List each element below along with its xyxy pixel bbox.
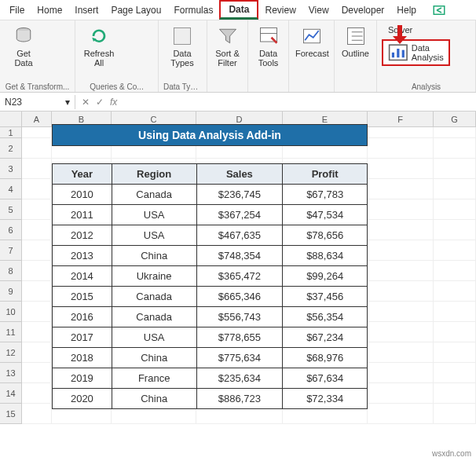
- row-header[interactable]: 5: [0, 199, 22, 220]
- table-cell[interactable]: $778,655: [196, 327, 283, 348]
- cell[interactable]: [434, 322, 476, 342]
- tab-help[interactable]: Help: [390, 2, 423, 19]
- cell[interactable]: [22, 199, 52, 220]
- table-cell[interactable]: $365,472: [196, 266, 283, 287]
- table-cell[interactable]: $775,634: [196, 348, 283, 368]
- sort-filter-button[interactable]: Sort & Filter: [212, 24, 243, 69]
- table-cell[interactable]: Ukraine: [112, 266, 196, 287]
- table-cell[interactable]: $67,783: [283, 185, 368, 205]
- table-cell[interactable]: $748,354: [196, 246, 283, 266]
- table-cell[interactable]: $37,456: [283, 287, 368, 307]
- cell[interactable]: [434, 159, 476, 179]
- cell[interactable]: [22, 261, 52, 281]
- data-types-button[interactable]: Data Types: [163, 24, 201, 69]
- col-header[interactable]: G: [434, 112, 476, 126]
- select-all-corner[interactable]: [0, 112, 22, 126]
- row-header[interactable]: 2: [0, 138, 22, 159]
- spreadsheet-grid[interactable]: A B C D E F G 123456789101112131415 Usin…: [0, 112, 476, 424]
- table-cell[interactable]: $67,634: [283, 368, 368, 389]
- cell[interactable]: [368, 127, 434, 138]
- table-cell[interactable]: Canada: [112, 307, 196, 327]
- table-cell[interactable]: $68,976: [283, 348, 368, 368]
- cell[interactable]: [368, 342, 434, 363]
- tab-page-layout[interactable]: Page Layou: [104, 2, 167, 19]
- table-cell[interactable]: $78,656: [283, 225, 368, 246]
- cell[interactable]: [434, 179, 476, 199]
- cell[interactable]: [22, 404, 52, 424]
- cell[interactable]: [434, 199, 476, 220]
- table-cell[interactable]: $886,723: [196, 389, 283, 409]
- cell[interactable]: [22, 302, 52, 322]
- cell[interactable]: [434, 240, 476, 261]
- cell[interactable]: [368, 220, 434, 240]
- row-header[interactable]: 14: [0, 383, 22, 404]
- cell[interactable]: [368, 281, 434, 302]
- table-cell[interactable]: $67,234: [283, 327, 368, 348]
- cell[interactable]: [434, 220, 476, 240]
- row-header[interactable]: 1: [0, 127, 22, 138]
- cell[interactable]: [368, 240, 434, 261]
- cell[interactable]: [368, 261, 434, 281]
- tab-file[interactable]: File: [3, 2, 31, 19]
- table-cell[interactable]: $367,254: [196, 205, 283, 225]
- table-cell[interactable]: $556,743: [196, 307, 283, 327]
- cell[interactable]: [368, 302, 434, 322]
- table-cell[interactable]: $236,745: [196, 185, 283, 205]
- cell[interactable]: [22, 322, 52, 342]
- table-cell[interactable]: USA: [112, 205, 196, 225]
- cell[interactable]: [368, 179, 434, 199]
- cell[interactable]: [22, 159, 52, 179]
- cell[interactable]: [434, 127, 476, 138]
- cell[interactable]: [22, 240, 52, 261]
- data-analysis-button[interactable]: Data Analysis: [382, 39, 450, 66]
- outline-button[interactable]: Outline: [339, 24, 372, 60]
- cell[interactable]: [434, 261, 476, 281]
- formula-input[interactable]: [123, 95, 476, 109]
- cell[interactable]: [434, 281, 476, 302]
- tab-developer[interactable]: Developer: [335, 2, 391, 19]
- cell[interactable]: [22, 138, 52, 159]
- table-cell[interactable]: $467,635: [196, 225, 283, 246]
- cell[interactable]: [368, 363, 434, 383]
- table-cell[interactable]: $235,634: [196, 368, 283, 389]
- cell[interactable]: [22, 383, 52, 404]
- cell[interactable]: [368, 199, 434, 220]
- tab-insert[interactable]: Insert: [68, 2, 104, 19]
- tab-data[interactable]: Data: [219, 0, 258, 20]
- row-header[interactable]: 13: [0, 363, 22, 383]
- table-cell[interactable]: China: [112, 348, 196, 368]
- table-cell[interactable]: 2019: [53, 368, 112, 389]
- tab-review[interactable]: Review: [258, 2, 302, 19]
- table-cell[interactable]: China: [112, 389, 196, 409]
- table-cell[interactable]: China: [112, 246, 196, 266]
- cell[interactable]: [368, 138, 434, 159]
- name-box[interactable]: N23 ▾: [0, 95, 75, 109]
- get-data-button[interactable]: Get Data: [5, 24, 42, 69]
- cell[interactable]: [22, 281, 52, 302]
- cell[interactable]: [368, 159, 434, 179]
- solver-button[interactable]: ? Solver: [382, 24, 416, 36]
- table-cell[interactable]: USA: [112, 225, 196, 246]
- cancel-icon[interactable]: ✕: [82, 97, 90, 108]
- cell[interactable]: [368, 383, 434, 404]
- row-header[interactable]: 6: [0, 220, 22, 240]
- table-cell[interactable]: France: [112, 368, 196, 389]
- table-cell[interactable]: 2012: [53, 225, 112, 246]
- row-header[interactable]: 9: [0, 281, 22, 302]
- cell[interactable]: [368, 322, 434, 342]
- table-cell[interactable]: 2018: [53, 348, 112, 368]
- cell[interactable]: [434, 302, 476, 322]
- table-cell[interactable]: $88,634: [283, 246, 368, 266]
- table-cell[interactable]: 2020: [53, 389, 112, 409]
- row-header[interactable]: 12: [0, 342, 22, 363]
- row-header[interactable]: 7: [0, 240, 22, 261]
- tab-formulas[interactable]: Formulas: [167, 2, 219, 19]
- row-header[interactable]: 11: [0, 322, 22, 342]
- table-cell[interactable]: 2013: [53, 246, 112, 266]
- cell[interactable]: [22, 127, 52, 138]
- row-header[interactable]: 8: [0, 261, 22, 281]
- share-icon[interactable]: [432, 3, 446, 17]
- row-header[interactable]: 15: [0, 404, 22, 424]
- col-header[interactable]: F: [368, 112, 434, 126]
- cell[interactable]: [434, 363, 476, 383]
